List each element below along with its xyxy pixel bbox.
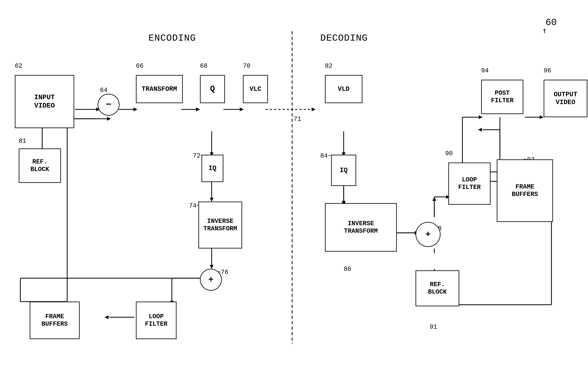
q-enc-block: Q	[200, 75, 225, 103]
ref-84: 84~	[320, 152, 332, 159]
ref-96: 96	[544, 67, 551, 74]
diagram: 60 ↖ ENCODING DECODING 62 INPUTVIDEO 64 …	[0, 0, 588, 391]
frame-buffers-enc-block: FRAMEBUFFERS	[30, 302, 80, 339]
add-enc-node: +	[200, 269, 222, 291]
iq-enc-block: IQ	[201, 155, 223, 182]
ref-71: 71	[294, 116, 301, 123]
inverse-transform-dec-block: INVERSETRANSFORM	[325, 203, 397, 252]
encoding-label: ENCODING	[148, 33, 196, 43]
svg-marker-14	[210, 198, 214, 201]
iq-dec-block: IQ	[331, 155, 356, 186]
svg-marker-25	[107, 117, 111, 121]
svg-marker-10	[312, 107, 316, 111]
vlc-block: VLC	[243, 75, 268, 103]
svg-marker-16	[210, 265, 214, 269]
ref-82: 82	[325, 63, 333, 70]
output-video-block: OUTPUTVIDEO	[544, 80, 587, 117]
add-dec-node: +	[416, 222, 440, 247]
decoding-label: DECODING	[320, 33, 368, 43]
subtract-node: −	[98, 94, 119, 116]
input-video-block: INPUTVIDEO	[15, 75, 74, 128]
ref-81: 81	[19, 137, 26, 145]
loop-filter-enc-block: LOOPFILTER	[136, 302, 176, 339]
ref-block-enc-block: REF.BLOCK	[19, 148, 61, 183]
svg-marker-59	[478, 128, 482, 132]
vld-block: VLD	[325, 75, 362, 103]
ref-90: 90	[445, 150, 453, 157]
loop-filter-dec-block: LOOPFILTER	[448, 163, 491, 205]
svg-marker-4	[134, 107, 138, 111]
svg-marker-8	[240, 107, 244, 111]
ref-86: 86	[344, 266, 351, 273]
transform-block: TRANSFORM	[136, 75, 183, 103]
ref-64: 64	[100, 87, 107, 94]
ref-91: 91	[429, 323, 437, 330]
svg-marker-6	[196, 107, 200, 111]
ref-block-dec-block: REF.BLOCK	[416, 270, 459, 306]
ref-70: 70	[243, 63, 251, 70]
inverse-transform-enc-block: INVERSETRANSFORM	[198, 201, 242, 248]
ref-66: 66	[136, 63, 143, 70]
ref-94: 94	[481, 67, 489, 74]
svg-marker-42	[479, 115, 483, 119]
ref-62: 62	[15, 63, 22, 70]
svg-marker-44	[540, 115, 544, 119]
ref-68: 68	[200, 63, 207, 70]
frame-buffers-dec-block: FRAMEBUFFERS	[497, 159, 553, 222]
svg-marker-21	[105, 315, 109, 319]
post-filter-block: POSTFILTER	[481, 80, 523, 114]
